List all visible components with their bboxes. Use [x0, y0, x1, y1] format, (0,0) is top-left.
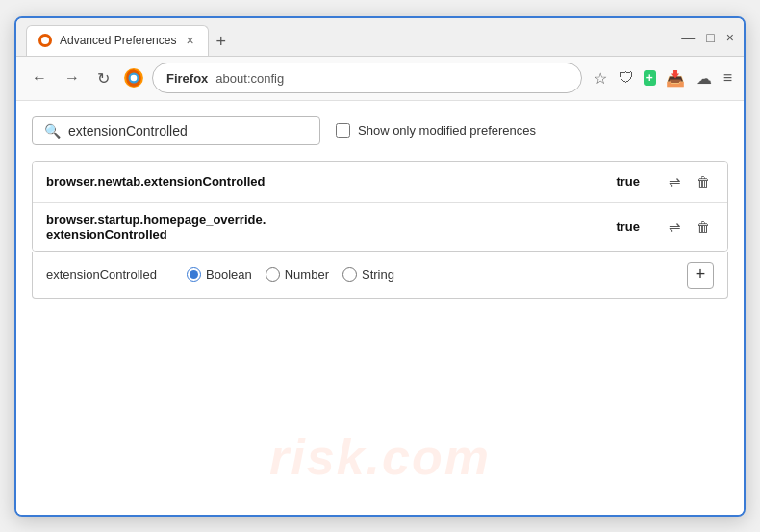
firefox-logo-icon	[123, 67, 144, 89]
tab-close-button[interactable]: ×	[184, 33, 195, 48]
delete-button-2[interactable]	[693, 216, 714, 238]
site-name: Firefox	[166, 71, 208, 86]
pref-value-2: true	[616, 219, 640, 234]
title-bar: Advanced Preferences × + — □ ×	[16, 18, 744, 57]
pref-value-1: true	[616, 174, 640, 189]
row-2-actions	[665, 216, 714, 238]
bookmark-icon[interactable]: ☆	[592, 67, 609, 89]
maximize-button[interactable]: □	[706, 30, 714, 45]
add-preference-row: extensionControlled Boolean Number Strin…	[32, 252, 728, 299]
menu-icon[interactable]: ≡	[722, 67, 734, 89]
search-input[interactable]	[68, 123, 308, 139]
svg-point-0	[41, 37, 49, 44]
number-label: Number	[285, 267, 329, 282]
trash-icon-1	[697, 173, 710, 190]
extension-icon[interactable]: +	[644, 70, 656, 86]
swap-icon-1	[669, 173, 681, 190]
add-preference-button[interactable]: +	[687, 262, 714, 289]
delete-button-1[interactable]	[693, 171, 714, 192]
watermark: risk.com	[269, 428, 491, 486]
address-url: about:config	[215, 71, 284, 86]
results-table: browser.newtab.extensionControlled true …	[32, 161, 728, 252]
minimize-button[interactable]: —	[681, 30, 695, 45]
show-modified-label: Show only modified preferences	[358, 123, 536, 138]
trash-icon-2	[697, 218, 710, 235]
pref-name-1: browser.newtab.extensionControlled	[46, 174, 606, 189]
address-bar[interactable]: Firefox about:config	[152, 63, 582, 93]
back-button[interactable]: ←	[26, 65, 53, 90]
search-box: 🔍	[32, 116, 320, 145]
active-tab[interactable]: Advanced Preferences ×	[26, 25, 209, 56]
nav-bar: ← → ↻ Firefox about:config ☆ 🛡 + 📥 ☁ ≡	[16, 57, 744, 101]
nav-icons: ☆ 🛡 + 📥 ☁ ≡	[592, 67, 734, 89]
main-content: risk.com 🔍 Show only modified preference…	[16, 101, 744, 515]
forward-button[interactable]: →	[59, 65, 86, 90]
tab-area: Advanced Preferences × +	[26, 24, 681, 56]
svg-point-3	[131, 75, 138, 82]
download-icon[interactable]: 📥	[664, 67, 687, 89]
search-icon: 🔍	[44, 123, 61, 139]
boolean-radio-label[interactable]: Boolean	[187, 267, 252, 282]
show-modified-checkbox[interactable]	[336, 123, 350, 138]
tab-favicon	[38, 34, 52, 47]
toggle-button-2[interactable]	[665, 216, 685, 238]
table-row: browser.startup.homepage_override.extens…	[33, 203, 727, 251]
new-pref-name: extensionControlled	[46, 267, 171, 282]
show-modified-row: Show only modified preferences	[336, 123, 536, 138]
boolean-label: Boolean	[206, 267, 252, 282]
swap-icon-2	[669, 218, 681, 235]
account-icon[interactable]: ☁	[695, 67, 714, 89]
toggle-button-1[interactable]	[665, 171, 685, 192]
window-controls: — □ ×	[681, 30, 734, 45]
reload-button[interactable]: ↻	[91, 65, 115, 91]
string-radio[interactable]	[342, 267, 357, 282]
boolean-radio[interactable]	[187, 267, 201, 282]
row-1-actions	[665, 171, 714, 192]
number-radio[interactable]	[266, 267, 280, 282]
string-label: String	[362, 267, 394, 282]
shield-icon[interactable]: 🛡	[617, 67, 636, 89]
table-row: browser.newtab.extensionControlled true	[33, 162, 727, 203]
string-radio-label[interactable]: String	[342, 267, 394, 282]
new-tab-button[interactable]: +	[209, 32, 235, 52]
browser-window: Advanced Preferences × + — □ × ← → ↻ Fir…	[14, 16, 746, 517]
tab-title: Advanced Preferences	[60, 34, 176, 47]
pref-name-2: browser.startup.homepage_override.extens…	[46, 213, 606, 241]
number-radio-label[interactable]: Number	[266, 267, 329, 282]
close-button[interactable]: ×	[726, 30, 734, 45]
search-row: 🔍 Show only modified preferences	[32, 116, 728, 145]
type-radio-group: Boolean Number String	[187, 267, 671, 282]
